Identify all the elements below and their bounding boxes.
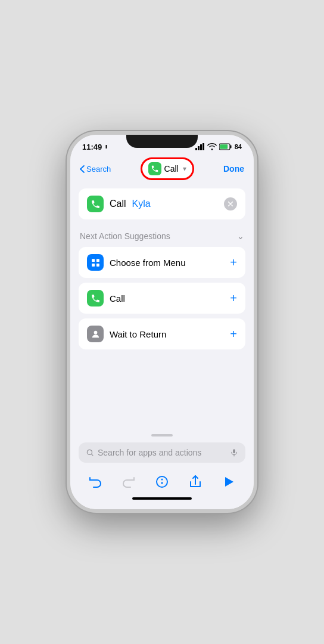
suggestion-call[interactable]: Call + [79,283,245,314]
phone-icon [91,199,101,209]
svg-point-12 [94,330,97,334]
undo-button[interactable] [85,471,106,493]
svg-rect-7 [220,144,228,149]
svg-rect-3 [200,144,202,150]
action-card-left: Call Kyla [87,196,151,212]
svg-rect-6 [230,145,231,148]
add-wait-button[interactable]: + [230,327,237,341]
suggestion-choose-label: Choose from Menu [110,258,186,268]
close-icon [228,201,233,207]
main-content: Call Kyla Next Action Suggestions ⌄ [70,184,254,431]
suggestions-header[interactable]: Next Action Suggestions ⌄ [79,229,245,247]
back-label: Search [86,165,111,174]
suggestion-wait-to-return[interactable]: Wait to Return + [79,318,245,349]
phone-icon-suggestion [91,293,101,304]
menu-grid-icon [91,258,101,268]
current-action-card: Call Kyla [79,188,245,219]
nav-bar: Search Call ▾ Done [70,156,254,184]
info-icon [155,475,169,489]
suggestion-left: Choose from Menu [87,254,186,271]
toolbar [79,469,245,497]
call-type-badge[interactable]: Call ▾ [141,157,194,180]
svg-rect-14 [233,449,235,453]
suggestions-chevron-icon: ⌄ [237,231,244,241]
redo-button[interactable] [118,471,139,493]
suggestions-title: Next Action Suggestions [80,231,170,241]
menu-icon-container [87,254,104,271]
time-display: 11:49 [82,143,102,151]
back-button[interactable]: Search [80,165,111,174]
battery-icon [219,143,232,150]
signal-icon [195,143,205,150]
chevron-down-icon: ▾ [183,165,186,173]
status-icons: 84 [195,143,242,150]
status-time: 11:49 [82,143,112,151]
add-call-button[interactable]: + [230,292,237,305]
search-bar[interactable]: Search for apps and actions [79,442,245,463]
drag-handle [151,434,173,436]
undo-icon [88,475,102,489]
phone-icon-small [151,165,159,173]
play-button[interactable] [218,471,239,493]
mic-icon [230,448,238,457]
back-icon [80,165,85,173]
search-icon [86,448,94,457]
info-button[interactable] [151,471,173,493]
phone-frame: 11:49 [67,131,257,513]
suggestion-call-label: Call [110,293,125,304]
wifi-icon [207,143,217,150]
action-call-label: Call [110,199,126,209]
action-contact-name: Kyla [132,199,151,209]
svg-rect-4 [202,143,204,150]
svg-marker-20 [225,477,233,487]
bottom-area: Search for apps and actions [70,431,254,509]
call-badge-icon [148,162,161,175]
action-phone-icon [87,196,104,212]
svg-rect-11 [96,263,99,266]
contacts-icon [91,329,101,339]
suggestion-choose-from-menu[interactable]: Choose from Menu + [79,247,245,278]
svg-rect-0 [106,145,107,148]
suggestion-call-left: Call [87,290,125,306]
suggestion-wait-label: Wait to Return [110,329,166,339]
svg-rect-8 [92,259,95,262]
add-choose-button[interactable]: + [230,256,237,270]
share-icon [188,475,202,489]
wait-icon-container [87,326,104,342]
svg-rect-10 [92,263,95,266]
call-icon-container [87,290,104,306]
redo-icon [122,475,136,489]
share-button[interactable] [185,471,206,493]
play-icon [222,475,236,489]
call-badge-label: Call [164,164,179,174]
search-input[interactable]: Search for apps and actions [98,448,226,457]
notch [126,135,198,148]
suggestion-wait-left: Wait to Return [87,326,166,342]
battery-percentage: 84 [235,143,242,150]
home-indicator [132,497,192,500]
phone-screen: 11:49 [70,135,254,509]
done-button[interactable]: Done [223,164,244,174]
svg-rect-9 [96,259,99,262]
svg-rect-1 [195,148,197,150]
svg-rect-2 [198,146,200,150]
clear-action-button[interactable] [224,197,237,210]
nav-center: Call ▾ [141,157,194,180]
